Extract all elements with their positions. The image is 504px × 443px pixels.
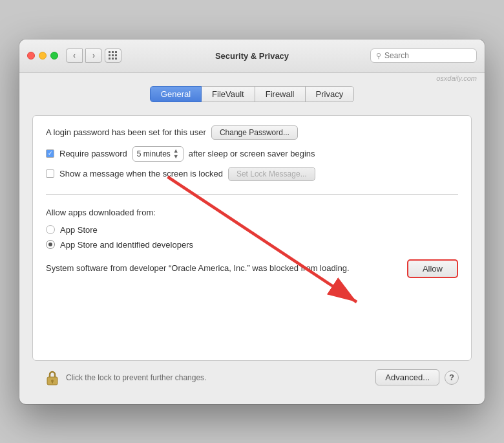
search-icon: ⚲ — [376, 52, 381, 60]
divider — [46, 194, 458, 195]
forward-button[interactable]: › — [85, 49, 102, 63]
main-window: ‹ › Security & Privacy ⚲ osxdaily.com Ge… — [19, 39, 485, 404]
change-password-button[interactable]: Change Password... — [211, 125, 298, 140]
checkmark-icon: ✓ — [48, 151, 53, 157]
blocked-text: System software from developer “Oracle A… — [46, 263, 399, 274]
tab-general[interactable]: General — [150, 86, 202, 102]
close-button[interactable] — [27, 52, 35, 59]
show-message-checkbox[interactable] — [46, 169, 54, 178]
show-message-label: Show a message when the screen is locked — [59, 169, 223, 178]
footer-lock-text: Click the lock to prevent further change… — [66, 373, 369, 382]
app-store-radio-row: App Store — [46, 225, 458, 235]
footer: Click the lock to prevent further change… — [32, 361, 472, 394]
require-password-label: Require password — [59, 149, 127, 158]
grid-icon — [109, 51, 118, 60]
require-password-suffix: after sleep or screen saver begins — [189, 149, 315, 158]
footer-buttons: Advanced... ? — [375, 369, 459, 385]
password-time-dropdown[interactable]: 5 minutes ▲▼ — [132, 146, 184, 162]
lock-icon — [45, 369, 59, 387]
allow-button[interactable]: Allow — [407, 259, 458, 278]
grid-button[interactable] — [105, 49, 121, 63]
require-password-row: ✓ Require password 5 minutes ▲▼ after sl… — [46, 146, 458, 162]
tab-filevault[interactable]: FileVault — [201, 86, 255, 102]
watermark: osxdaily.com — [436, 74, 477, 82]
maximize-button[interactable] — [50, 52, 58, 59]
login-password-row: A login password has been set for this u… — [46, 125, 458, 140]
search-box[interactable]: ⚲ — [370, 49, 477, 63]
nav-buttons: ‹ › — [66, 49, 102, 63]
tab-privacy[interactable]: Privacy — [305, 86, 355, 102]
tabs: General FileVault Firewall Privacy — [32, 86, 472, 102]
login-password-label: A login password has been set for this u… — [46, 127, 206, 137]
svg-rect-4 — [52, 381, 53, 384]
search-input[interactable] — [384, 51, 471, 60]
titlebar: ‹ › Security & Privacy ⚲ — [19, 39, 485, 73]
app-store-identified-label: App Store and identified developers — [60, 240, 193, 250]
app-store-label: App Store — [60, 225, 98, 235]
minimize-button[interactable] — [39, 52, 47, 59]
set-lock-message-button[interactable]: Set Lock Message... — [228, 167, 315, 181]
require-password-checkbox[interactable]: ✓ — [46, 149, 54, 158]
help-button[interactable]: ? — [445, 371, 459, 385]
blocked-software-row: System software from developer “Oracle A… — [46, 259, 458, 278]
dropdown-arrows-icon: ▲▼ — [173, 148, 179, 160]
app-store-radio[interactable] — [46, 225, 55, 234]
traffic-lights — [27, 52, 58, 59]
window-title: Security & Privacy — [215, 51, 289, 61]
tab-firewall[interactable]: Firewall — [255, 86, 306, 102]
advanced-button[interactable]: Advanced... — [375, 369, 439, 385]
content-area: General FileVault Firewall Privacy A log… — [19, 73, 485, 404]
allow-apps-label: Allow apps downloaded from: — [46, 208, 458, 217]
show-message-row: Show a message when the screen is locked… — [46, 167, 458, 181]
password-time-value: 5 minutes — [137, 149, 171, 158]
app-store-identified-radio-row: App Store and identified developers — [46, 240, 458, 250]
settings-panel: A login password has been set for this u… — [32, 115, 472, 361]
radio-dot-icon — [48, 243, 52, 246]
app-store-identified-radio[interactable] — [46, 240, 55, 249]
back-button[interactable]: ‹ — [66, 49, 83, 63]
